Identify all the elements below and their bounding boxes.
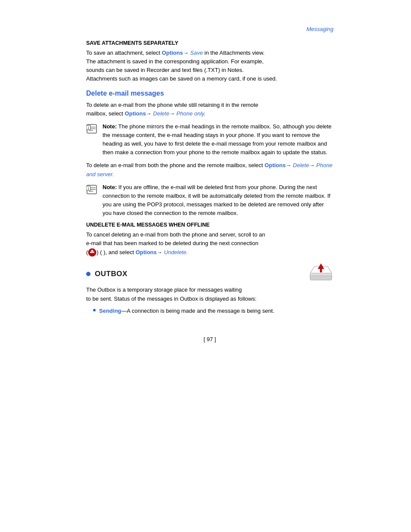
options-link-1[interactable]: Options bbox=[162, 50, 183, 56]
svg-text:i: i bbox=[88, 125, 89, 130]
delete-link-1[interactable]: Delete bbox=[153, 110, 169, 117]
delete-email-para1: To delete an e-mail from the phone while… bbox=[86, 101, 333, 118]
category-label: Messaging bbox=[306, 26, 333, 32]
outbox-para1: The Outbox is a temporary storage place … bbox=[86, 286, 333, 303]
outbox-tray-icon bbox=[308, 263, 333, 283]
sending-link[interactable]: Sending bbox=[99, 308, 121, 314]
save-link[interactable]: Save bbox=[190, 50, 203, 56]
note-2-label: Note: bbox=[103, 184, 117, 190]
svg-rect-16 bbox=[310, 276, 332, 280]
page-header: Messaging bbox=[86, 26, 333, 32]
page: Messaging SAVE ATTACHMENTS SEPARATELY To… bbox=[0, 0, 411, 532]
delete-icon-inline: () bbox=[86, 249, 99, 255]
delete-email-section: Delete e-mail messages To delete an e-ma… bbox=[86, 90, 333, 218]
sending-bullet-dot bbox=[93, 309, 96, 311]
note-icon-1: i bbox=[86, 123, 98, 135]
save-attachments-section: SAVE ATTACHMENTS SEPARATELY To save an a… bbox=[86, 40, 333, 84]
note-1-text: Note: The phone mirrors the e-mail headi… bbox=[103, 122, 333, 157]
note-block-2: i Note: If you are offline, the e-mail w… bbox=[86, 183, 333, 218]
undelete-para: To cancel deleting an e-mail from both t… bbox=[86, 230, 333, 257]
page-number: [ 97 ] bbox=[86, 336, 333, 342]
undelete-link[interactable]: Undelete. bbox=[164, 249, 188, 255]
svg-marker-17 bbox=[318, 264, 324, 272]
phone-only-link[interactable]: Phone only. bbox=[177, 110, 206, 117]
note-1-label: Note: bbox=[103, 123, 117, 130]
outbox-title-row: OUTBOX bbox=[86, 264, 333, 283]
outbox-bullet-dot bbox=[86, 272, 90, 276]
svg-text:i: i bbox=[88, 186, 89, 190]
delete-link-2[interactable]: Delete bbox=[293, 162, 309, 168]
options-link-3[interactable]: Options bbox=[265, 162, 286, 168]
save-attachments-heading: SAVE ATTACHMENTS SEPARATELY bbox=[86, 40, 333, 46]
note-icon-2: i bbox=[86, 184, 98, 196]
undelete-heading: UNDELETE E-MAIL MESSAGES WHEN OFFLINE bbox=[86, 222, 333, 228]
undelete-section: UNDELETE E-MAIL MESSAGES WHEN OFFLINE To… bbox=[86, 222, 333, 257]
note-2-text: Note: If you are offline, the e-mail wil… bbox=[103, 183, 333, 218]
delete-email-title: Delete e-mail messages bbox=[86, 90, 333, 97]
delete-email-para2: To delete an e-mail from both the phone … bbox=[86, 161, 333, 178]
options-link-2[interactable]: Options bbox=[125, 110, 146, 117]
save-attachments-para1: To save an attachment, select Options→ S… bbox=[86, 49, 333, 84]
outbox-sending-item: Sending—A connection is being made and t… bbox=[93, 307, 333, 319]
outbox-title: OUTBOX bbox=[95, 270, 128, 278]
sending-text: Sending—A connection is being made and t… bbox=[99, 307, 274, 315]
note-block-1: i Note: The phone mirrors the e-mail hea… bbox=[86, 122, 333, 157]
outbox-section: OUTBOX The Outbox is a temporary storage… bbox=[86, 264, 333, 318]
options-link-undelete[interactable]: Options bbox=[136, 249, 157, 255]
